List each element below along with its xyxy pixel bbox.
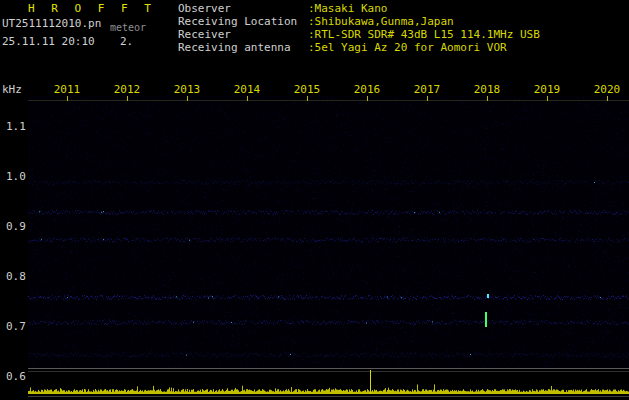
time-tick-label: 2019 [534, 84, 561, 96]
time-axis: 2011201220132014201520162017201820192020 [0, 84, 629, 96]
app-title: H R O F F T [28, 3, 156, 15]
spectrogram-canvas [28, 96, 629, 368]
filename-suffix: meteor [110, 22, 146, 34]
time-tick-label: 2018 [474, 84, 501, 96]
freq-tick-label: 0.9 [6, 221, 26, 233]
time-tick-label: 2016 [354, 84, 381, 96]
meta-label-receiver: Receiver [178, 29, 231, 41]
time-tick-label: 2017 [414, 84, 441, 96]
meta-value-observer: :Masaki Kano [308, 3, 387, 15]
signal-level-strip-canvas [28, 368, 629, 399]
meta-value-antenna: :5el Yagi Az 20 for Aomori VOR [308, 42, 507, 54]
time-tick-label: 2015 [294, 84, 321, 96]
hrofft-output-image: H R O F F T UT2511112010.pn meteor 25.11… [0, 0, 629, 400]
freq-tick-label: 0.7 [6, 321, 26, 333]
header-counter: 2. [120, 36, 133, 48]
time-tick-label: 2012 [114, 84, 141, 96]
meta-value-location: :Shibukawa,Gunma,Japan [308, 16, 454, 28]
time-tick-label: 2014 [234, 84, 261, 96]
freq-tick-label: 1.1 [6, 121, 26, 133]
freq-axis: 1.11.00.90.80.70.6 [0, 96, 28, 386]
time-tick-label: 2020 [594, 84, 621, 96]
meta-value-receiver: :RTL-SDR SDR# 43dB L15 114.1MHz USB [308, 29, 540, 41]
observation-datetime: 25.11.11 20:10 [2, 36, 95, 48]
freq-tick-label: 0.8 [6, 271, 26, 283]
freq-tick-label: 0.6 [6, 371, 26, 383]
freq-tick-label: 1.0 [6, 171, 26, 183]
output-filename: UT2511112010.pn [2, 18, 101, 30]
time-tick-label: 2011 [54, 84, 81, 96]
meta-label-antenna: Receiving antenna [178, 42, 291, 54]
meta-label-observer: Observer [178, 3, 231, 15]
meta-label-location: Receiving Location [178, 16, 297, 28]
time-tick-label: 2013 [174, 84, 201, 96]
